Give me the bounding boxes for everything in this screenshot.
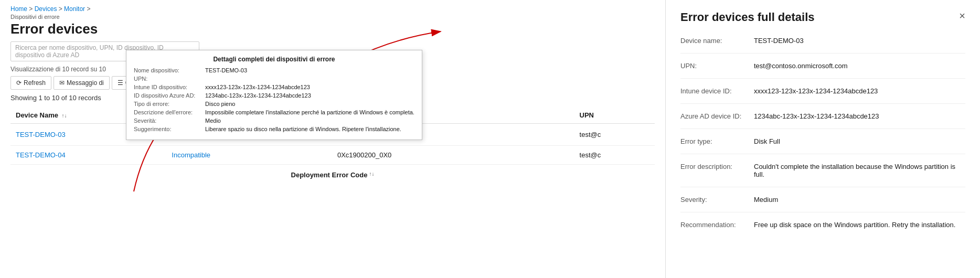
detail-row-device-name: Device name: TEST-DEMO-03 bbox=[680, 37, 965, 45]
columns-icon: ☰ bbox=[118, 79, 123, 87]
refresh-icon: ⟳ bbox=[16, 79, 22, 87]
breadcrumb-monitor[interactable]: Monitor bbox=[64, 5, 85, 13]
tooltip-row-5: Descrizione dell'errore: Impossibile com… bbox=[134, 109, 414, 115]
right-panel: Error devices full details × Device name… bbox=[665, 0, 980, 278]
close-button[interactable]: × bbox=[959, 10, 965, 21]
detail-value-intune-id: xxxx123-123x-123x-1234-1234abcde123 bbox=[754, 87, 878, 95]
detail-row-intune-id: Intune device ID: xxxx123-123x-123x-1234… bbox=[680, 87, 965, 95]
detail-label-error-desc: Error description: bbox=[680, 163, 754, 170]
right-panel-header: Error devices full details × bbox=[680, 10, 965, 24]
detail-row-upn: UPN: test@contoso.onmicrosoft.com bbox=[680, 62, 965, 70]
detail-label-intune-id: Intune device ID: bbox=[680, 87, 754, 95]
separator-5 bbox=[680, 154, 965, 154]
page-title: Error devices bbox=[10, 21, 655, 37]
detail-label-severity: Severity: bbox=[680, 196, 754, 204]
tooltip-label-3: ID dispositivo Azure AD: bbox=[134, 92, 202, 99]
tooltip-value-5: Impossibile completare l'installazione p… bbox=[205, 109, 414, 115]
footer-sort[interactable]: Deployment Error Code ↑↓ bbox=[10, 171, 655, 179]
detail-row-severity: Severity: Medium bbox=[680, 196, 965, 204]
breadcrumb-devices[interactable]: Devices bbox=[35, 5, 57, 13]
detail-row-error-desc: Error description: Couldn't complete the… bbox=[680, 163, 965, 178]
right-panel-title: Error devices full details bbox=[680, 10, 815, 24]
detail-label-error-type: Error type: bbox=[680, 137, 754, 145]
tooltip-row-4: Tipo di errore: Disco pieno bbox=[134, 101, 414, 107]
separator-2 bbox=[680, 78, 965, 79]
tooltip-value-7: Liberare spazio su disco nella partizion… bbox=[205, 126, 401, 132]
device-link-test-demo-03[interactable]: TEST-DEMO-03 bbox=[16, 131, 66, 138]
tooltip-value-3: 1234abc-123x-123x-1234-1234abcde123 bbox=[205, 92, 311, 99]
detail-row-error-type: Error type: Disk Full bbox=[680, 137, 965, 145]
left-panel: Home > Devices > Monitor > Dispositivi d… bbox=[0, 0, 665, 278]
detail-label-device-name: Device name: bbox=[680, 37, 754, 45]
separator-4 bbox=[680, 129, 965, 129]
tooltip-label-7: Suggerimento: bbox=[134, 126, 202, 132]
detail-row-azure-id: Azure AD device ID: 1234abc-123x-123x-12… bbox=[680, 112, 965, 120]
tooltip-popup: Dettagli completi dei dispositivi di err… bbox=[126, 50, 422, 140]
sort-device-name[interactable]: ↑↓ bbox=[62, 113, 67, 119]
tooltip-row-7: Suggerimento: Liberare spazio su disco n… bbox=[134, 126, 414, 132]
message-icon: ✉ bbox=[59, 79, 65, 87]
upn-row2: test@c bbox=[574, 146, 655, 165]
col-upn[interactable]: UPN bbox=[574, 107, 655, 124]
tooltip-label-2: Intune ID dispositivo: bbox=[134, 84, 202, 90]
tooltip-row-0: Nome dispositivo: TEST-DEMO-03 bbox=[134, 67, 414, 73]
separator-7 bbox=[680, 212, 965, 212]
footer-sort-icon[interactable]: ↑↓ bbox=[369, 171, 374, 179]
separator-3 bbox=[680, 103, 965, 104]
separator-6 bbox=[680, 187, 965, 187]
breadcrumb-home[interactable]: Home bbox=[10, 5, 27, 13]
message-button[interactable]: ✉ Messaggio di bbox=[54, 76, 110, 90]
device-link-test-demo-04[interactable]: TEST-DEMO-04 bbox=[16, 151, 66, 159]
separator-1 bbox=[680, 53, 965, 54]
tooltip-row-2: Intune ID dispositivo: xxxx123-123x-123x… bbox=[134, 84, 414, 90]
detail-value-azure-id: 1234abc-123x-123x-1234-1234abcde123 bbox=[754, 112, 879, 120]
tooltip-value-6: Medio bbox=[205, 117, 221, 124]
refresh-button[interactable]: ⟳ Refresh bbox=[10, 76, 51, 90]
detail-label-azure-id: Azure AD device ID: bbox=[680, 112, 754, 120]
detail-label-upn: UPN: bbox=[680, 62, 754, 70]
tooltip-value-4: Disco pieno bbox=[205, 101, 235, 107]
error-code-row2: 0Xc1900200_0X0 bbox=[332, 146, 574, 165]
detail-value-device-name: TEST-DEMO-03 bbox=[754, 37, 804, 45]
detail-value-recommendation: Free up disk space on the Windows partit… bbox=[754, 221, 955, 229]
upn-row1: test@c bbox=[574, 124, 655, 146]
tooltip-label-6: Severità: bbox=[134, 117, 202, 124]
detail-row-recommendation: Recommendation: Free up disk space on th… bbox=[680, 221, 965, 229]
detail-label-recommendation: Recommendation: bbox=[680, 221, 754, 229]
tooltip-label-4: Tipo di errore: bbox=[134, 101, 202, 107]
tooltip-value-0: TEST-DEMO-03 bbox=[205, 67, 247, 73]
tooltip-label-0: Nome dispositivo: bbox=[134, 67, 202, 73]
breadcrumb: Home > Devices > Monitor > bbox=[10, 5, 655, 13]
tooltip-title: Dettagli completi dei dispositivi di err… bbox=[134, 56, 414, 63]
detail-value-severity: Medium bbox=[754, 196, 778, 204]
tooltip-label-5: Descrizione dell'errore: bbox=[134, 109, 202, 115]
tooltip-row-1: UPN: bbox=[134, 76, 414, 82]
page-subtitle: Dispositivi di errore bbox=[10, 14, 655, 20]
detail-value-error-type: Disk Full bbox=[754, 137, 780, 145]
tooltip-label-1: UPN: bbox=[134, 76, 202, 82]
detail-value-upn: test@contoso.onmicrosoft.com bbox=[754, 62, 848, 70]
alert-incompatible: Incompatible bbox=[172, 151, 210, 159]
table-row: TEST-DEMO-04 Incompatible 0Xc1900200_0X0… bbox=[10, 146, 655, 165]
tooltip-value-2: xxxx123-123x-123x-1234-1234abcde123 bbox=[205, 84, 310, 90]
tooltip-row-3: ID dispositivo Azure AD: 1234abc-123x-12… bbox=[134, 92, 414, 99]
tooltip-row-6: Severità: Medio bbox=[134, 117, 414, 124]
detail-value-error-desc: Couldn't complete the installation becau… bbox=[754, 163, 965, 178]
